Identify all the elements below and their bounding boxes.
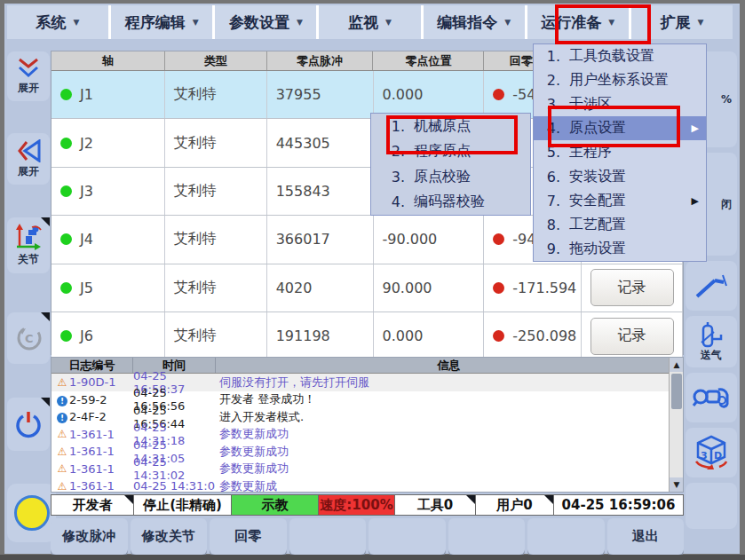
log-row[interactable]: ⚠ 1-361-1 04-25 14:31:0 参数更新成 bbox=[52, 477, 683, 493]
scroll-down-arrow[interactable]: ▼ bbox=[670, 477, 684, 492]
menu-extension[interactable]: 扩展 ▼ bbox=[631, 5, 733, 39]
info-icon: ! bbox=[57, 413, 67, 423]
power-button[interactable] bbox=[7, 398, 50, 451]
submenu-item-origin-check[interactable]: 3. 原点校验 bbox=[371, 164, 530, 190]
axis-type: 艾利特 bbox=[165, 312, 267, 359]
menu-item-safety-config[interactable]: 7. 安全配置 ▶ bbox=[534, 189, 706, 213]
status-bar: 开发者 停止(非精确) 示教 速度:100% 工具0 用户0 04-25 16:… bbox=[51, 494, 684, 516]
chevron-down-icon: ▼ bbox=[193, 18, 199, 27]
warning-icon: ⚠ bbox=[55, 462, 69, 475]
menu-item-install-settings[interactable]: 6. 安装设置 bbox=[534, 165, 706, 189]
modify-pulse-button[interactable]: 修改脉冲 bbox=[51, 518, 128, 555]
drag-teach-button[interactable] bbox=[686, 373, 737, 422]
menu-item-origin-settings[interactable]: 4. 原点设置 ▶ bbox=[534, 116, 706, 140]
submenu-item-program-origin[interactable]: 2. 程序原点 bbox=[371, 139, 530, 165]
col-header-type: 类型 bbox=[165, 51, 267, 70]
log-id: 2-59-2 bbox=[69, 393, 133, 406]
zero-pulse-value: 4020 bbox=[267, 264, 374, 312]
menu-edit-instruction[interactable]: 编辑指令 ▼ bbox=[424, 5, 525, 39]
home-button[interactable]: 回零 bbox=[210, 518, 287, 555]
menu-item-process-config[interactable]: 8. 工艺配置 bbox=[534, 213, 706, 237]
submenu-item-encoder-check[interactable]: 4. 编码器校验 bbox=[371, 190, 530, 216]
record-button[interactable]: 记录 bbox=[590, 318, 674, 355]
home-value: -250.098 bbox=[512, 327, 576, 344]
speed-label: 速度:100% bbox=[320, 497, 392, 514]
log-row[interactable]: ⚠ 1-361-1 04-25 14:31:02 参数更新成功 bbox=[52, 461, 683, 478]
scroll-thumb[interactable] bbox=[671, 374, 682, 409]
item-label: 原点校验 bbox=[414, 168, 471, 186]
item-number: 1. bbox=[534, 48, 560, 65]
corner-mark bbox=[466, 495, 475, 504]
speed-badge[interactable]: 速度:100% bbox=[319, 494, 395, 516]
menu-parameter-settings[interactable]: 参数设置 ▼ bbox=[215, 5, 316, 39]
svg-text:C: C bbox=[25, 332, 34, 345]
rotate-c-icon: C bbox=[13, 323, 44, 353]
empty-button-2[interactable] bbox=[369, 518, 446, 555]
axis-type: 艾利特 bbox=[165, 264, 267, 312]
log-id: 1-361-1 bbox=[69, 479, 133, 493]
zero-pulse-value: 445305 bbox=[267, 119, 374, 166]
3d-cube-icon: 3 D bbox=[693, 435, 730, 470]
menu-item-user-frame[interactable]: 2. 用户坐标系设置 bbox=[534, 68, 706, 92]
col-header-zero-pulse: 零点脉冲 bbox=[267, 51, 374, 70]
col-header-axis: 轴 bbox=[52, 51, 165, 70]
power-icon bbox=[14, 410, 43, 438]
empty-button-4[interactable] bbox=[527, 518, 605, 555]
joint-mode-button[interactable]: 关节 bbox=[7, 217, 50, 273]
menu-system-label: 系统 bbox=[36, 12, 67, 33]
chevron-down-icon: ▼ bbox=[608, 18, 614, 27]
item-label: 用户坐标系设置 bbox=[569, 71, 669, 90]
expand-left-button[interactable]: 展开 bbox=[7, 133, 50, 185]
cycle-mode-button-disabled[interactable]: C bbox=[7, 312, 50, 364]
torch-tool-button[interactable] bbox=[686, 261, 737, 311]
zero-pulse-value: 37955 bbox=[267, 71, 374, 118]
table-row-j5[interactable]: J5 艾利特 4020 90.000 -171.594 记录 bbox=[52, 264, 683, 312]
origin-submenu: 1. 机械原点 2. 程序原点 3. 原点校验 4. 编码器校验 bbox=[370, 113, 531, 216]
menu-run-preparation[interactable]: 运行准备 ▼ bbox=[527, 5, 629, 39]
log-scrollbar[interactable]: ▲ ▼ bbox=[669, 358, 683, 492]
axis-ok-dot bbox=[60, 233, 72, 245]
submenu-item-mechanical-origin[interactable]: 1. 机械原点 bbox=[371, 114, 530, 139]
menu-system[interactable]: 系统 ▼ bbox=[7, 5, 108, 39]
empty-button-3[interactable] bbox=[448, 518, 526, 555]
menu-item-drag-settings[interactable]: 9. 拖动设置 bbox=[534, 237, 706, 261]
expand-down-button[interactable]: 展开 bbox=[7, 51, 50, 101]
home-alert-dot bbox=[493, 233, 504, 245]
item-label: 原点设置 bbox=[569, 119, 626, 138]
menu-item-tool-load[interactable]: 1. 工具负载设置 bbox=[534, 44, 706, 68]
teach-mode-badge[interactable]: 示教 bbox=[232, 494, 319, 516]
menu-monitor-label: 监视 bbox=[348, 12, 378, 33]
menu-monitor[interactable]: 监视 ▼ bbox=[319, 5, 420, 39]
axis-label: J2 bbox=[80, 135, 93, 152]
3d-view-button[interactable]: 3 D bbox=[686, 428, 737, 477]
menu-program-edit[interactable]: 程序编辑 ▼ bbox=[111, 5, 212, 39]
log-col-message: 信息 bbox=[216, 358, 683, 373]
user-mode-badge[interactable]: 开发者 bbox=[51, 494, 134, 516]
zero-position-value: -90.000 bbox=[374, 216, 485, 263]
scroll-up-arrow[interactable]: ▲ bbox=[670, 358, 684, 372]
gas-supply-button[interactable]: 送气 bbox=[686, 316, 737, 367]
item-number: 9. bbox=[534, 241, 560, 257]
log-id: 2-4F-2 bbox=[69, 410, 133, 423]
modify-joint-button[interactable]: 修改关节 bbox=[131, 518, 208, 555]
item-number: 6. bbox=[534, 169, 560, 185]
datetime-display: 04-25 16:59:06 bbox=[554, 494, 684, 516]
status-lamp-button[interactable] bbox=[7, 484, 56, 542]
record-button[interactable]: 记录 bbox=[590, 269, 674, 306]
log-id: 1-361-1 bbox=[69, 445, 133, 458]
menu-item-interference-zone[interactable]: 3. 干涉区 bbox=[534, 92, 706, 116]
exit-button[interactable]: 退出 bbox=[607, 518, 685, 555]
empty-button-1[interactable] bbox=[289, 518, 367, 555]
menu-run-preparation-label: 运行准备 bbox=[541, 12, 601, 33]
table-row-j6[interactable]: J6 艾利特 191198 0.000 -250.098 记录 bbox=[52, 312, 683, 360]
teach-pendant-screen: 系统 ▼ 程序编辑 ▼ 参数设置 ▼ 监视 ▼ 编辑指令 ▼ 运行准备 ▼ 扩展… bbox=[0, 0, 745, 560]
motion-state-badge: 停止(非精确) bbox=[134, 494, 232, 516]
right-empty-button[interactable] bbox=[686, 483, 737, 529]
item-number: 4. bbox=[371, 193, 405, 210]
double-chevron-down-icon bbox=[15, 58, 42, 79]
tool-badge[interactable]: 工具0 bbox=[395, 494, 476, 516]
chevron-down-icon: ▼ bbox=[297, 18, 303, 27]
user-frame-badge[interactable]: 用户0 bbox=[476, 494, 554, 516]
menu-item-main-program[interactable]: 5. 主程序 bbox=[534, 140, 706, 164]
item-number: 2. bbox=[371, 143, 405, 160]
